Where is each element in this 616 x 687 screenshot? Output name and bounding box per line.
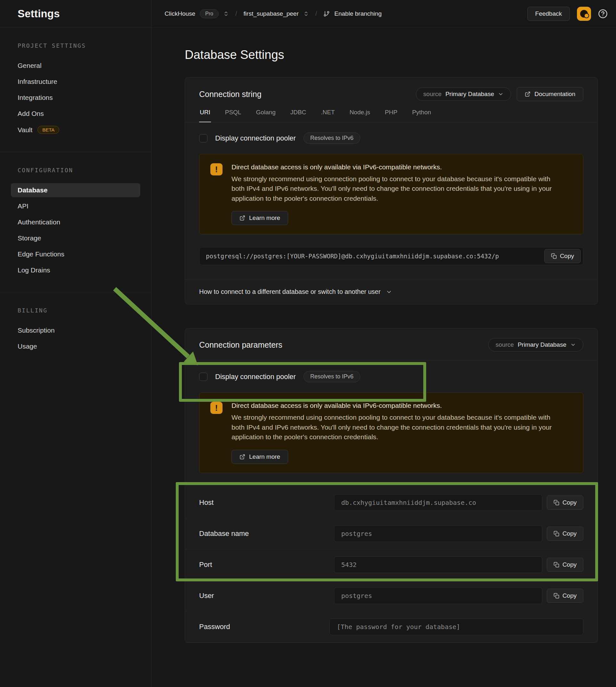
sidebar-item-label: Authentication (18, 218, 60, 226)
help-icon[interactable] (598, 9, 608, 19)
tab-nodejs[interactable]: Node.js (349, 103, 371, 122)
sidebar-item-infrastructure[interactable]: Infrastructure (11, 74, 140, 89)
alert-icon: ! (210, 402, 222, 414)
copy-icon (554, 593, 559, 599)
chevrons-updown-icon (303, 11, 309, 17)
sidebar-item-database[interactable]: Database (11, 183, 140, 197)
org-selector[interactable]: ClickHouse Pro (164, 9, 229, 18)
sidebar-item-authentication[interactable]: Authentication (11, 215, 140, 229)
feedback-button[interactable]: Feedback (527, 7, 570, 21)
warning-title: Direct database access is only available… (232, 402, 565, 409)
copy-host-button[interactable]: Copy (547, 495, 584, 510)
copy-icon (554, 531, 559, 536)
tab-python[interactable]: Python (412, 103, 432, 122)
tab-php[interactable]: PHP (384, 103, 398, 122)
sidebar-item-add-ons[interactable]: Add Ons (11, 107, 140, 121)
breadcrumb-separator: / (235, 10, 237, 17)
source-select[interactable]: source Primary Database (416, 87, 511, 101)
copy-label: Copy (563, 592, 577, 599)
field-value-group: postgres Copy (334, 588, 584, 604)
source-label: source (496, 341, 514, 348)
copy-label: Copy (563, 499, 577, 506)
sidebar-item-label: Edge Functions (18, 250, 64, 258)
section-heading: BILLING (0, 307, 151, 314)
sidebar-item-label: Database (18, 186, 47, 194)
sidebar-item-label: Usage (18, 342, 37, 350)
pooler-toggle-row: Display connection pooler Resolves to IP… (185, 122, 597, 152)
copy-label: Copy (563, 561, 577, 568)
learn-more-button[interactable]: Learn more (232, 450, 288, 464)
sidebar-item-label: Add Ons (18, 110, 44, 117)
connection-uri-row: postgresql://postgres:[YOUR-PASSWORD]@db… (199, 247, 584, 265)
section-heading: CONFIGURATION (0, 167, 151, 174)
ipv6-badge: Resolves to IPv6 (304, 133, 360, 144)
warning-text: Direct database access is only available… (232, 402, 565, 464)
chevron-down-icon (498, 91, 504, 97)
user-value[interactable]: postgres (334, 588, 542, 604)
host-value[interactable]: db.cxhygiuitamxhniiddjm.supabase.co (334, 494, 542, 511)
chevron-down-icon (570, 342, 576, 348)
sidebar-header: Settings (0, 0, 151, 27)
source-select[interactable]: source Primary Database (488, 338, 584, 352)
warning-body: We strongly recommend using connection p… (232, 413, 565, 442)
connection-uri-value[interactable]: postgresql://postgres:[YOUR-PASSWORD]@db… (199, 247, 584, 265)
documentation-button[interactable]: Documentation (517, 87, 584, 101)
sidebar-item-label: Vault (18, 126, 32, 134)
connection-string-header: Connection string source Primary Databas… (185, 77, 597, 101)
header-actions: source Primary Database (488, 338, 584, 352)
pooler-toggle-row: Display connection pooler Resolves to IP… (185, 361, 597, 391)
copy-port-button[interactable]: Copy (547, 558, 584, 572)
breadcrumb: ClickHouse Pro / first_supabase_peer / (164, 9, 382, 18)
sidebar-item-log-drains[interactable]: Log Drains (11, 263, 140, 277)
ipv6-badge: Resolves to IPv6 (304, 371, 360, 382)
field-label: Database name (199, 530, 249, 538)
beta-badge: BETA (38, 126, 59, 134)
field-row-host: Host db.cxhygiuitamxhniiddjm.supabase.co… (185, 487, 597, 518)
tab-dotnet[interactable]: .NET (320, 103, 335, 122)
enable-branching-button[interactable]: Enable branching (323, 10, 382, 17)
port-value[interactable]: 5432 (334, 556, 542, 573)
sidebar-item-usage[interactable]: Usage (11, 339, 140, 353)
sidebar-item-label: General (18, 62, 42, 69)
field-row-port: Port 5432 Copy (185, 549, 597, 580)
ipv6-warning-callout: ! Direct database access is only availab… (199, 154, 584, 234)
connection-string-tabs: URI PSQL Golang JDBC .NET Node.js PHP Py… (185, 101, 597, 122)
tab-golang[interactable]: Golang (255, 103, 276, 122)
connection-string-card: Connection string source Primary Databas… (185, 77, 598, 305)
field-value-group: db.cxhygiuitamxhniiddjm.supabase.co Copy (334, 494, 584, 511)
sidebar-item-subscription[interactable]: Subscription (11, 323, 140, 337)
sidebar-item-api[interactable]: API (11, 199, 140, 213)
external-link-icon (240, 454, 245, 460)
copy-uri-button[interactable]: Copy (544, 249, 581, 263)
copy-database-name-button[interactable]: Copy (547, 527, 584, 541)
topbar: ClickHouse Pro / first_supabase_peer / (151, 0, 616, 27)
copy-label: Copy (560, 252, 574, 260)
sidebar-item-general[interactable]: General (11, 59, 140, 73)
sidebar-item-storage[interactable]: Storage (11, 231, 140, 245)
learn-more-button[interactable]: Learn more (232, 211, 288, 225)
connect-help-toggle[interactable]: How to connect to a different database o… (185, 279, 597, 304)
project-selector[interactable]: first_supabase_peer (244, 10, 309, 17)
display-connection-pooler-checkbox[interactable] (199, 373, 207, 381)
tab-jdbc[interactable]: JDBC (290, 103, 307, 122)
field-value-group: [The password for your database] (329, 619, 584, 635)
documentation-label: Documentation (534, 91, 575, 98)
copy-label: Copy (563, 530, 577, 537)
copy-user-button[interactable]: Copy (547, 589, 584, 603)
tab-psql[interactable]: PSQL (224, 103, 242, 122)
sidebar-item-label: Integrations (18, 94, 53, 102)
sidebar-item-integrations[interactable]: Integrations (11, 91, 140, 105)
display-connection-pooler-checkbox[interactable] (199, 134, 207, 142)
sidebar-item-vault[interactable]: Vault BETA (11, 123, 140, 137)
alert-icon: ! (210, 163, 222, 175)
sidebar-item-edge-functions[interactable]: Edge Functions (11, 247, 140, 261)
source-value: Primary Database (445, 91, 494, 98)
plan-badge: Pro (200, 9, 219, 18)
database-name-value[interactable]: postgres (334, 525, 542, 542)
account-avatar[interactable] (577, 7, 591, 21)
sidebar-item-label: Infrastructure (18, 78, 57, 86)
copy-icon (551, 253, 557, 259)
password-value[interactable]: [The password for your database] (329, 619, 584, 635)
tab-uri[interactable]: URI (199, 103, 211, 122)
field-label: Port (199, 560, 212, 569)
